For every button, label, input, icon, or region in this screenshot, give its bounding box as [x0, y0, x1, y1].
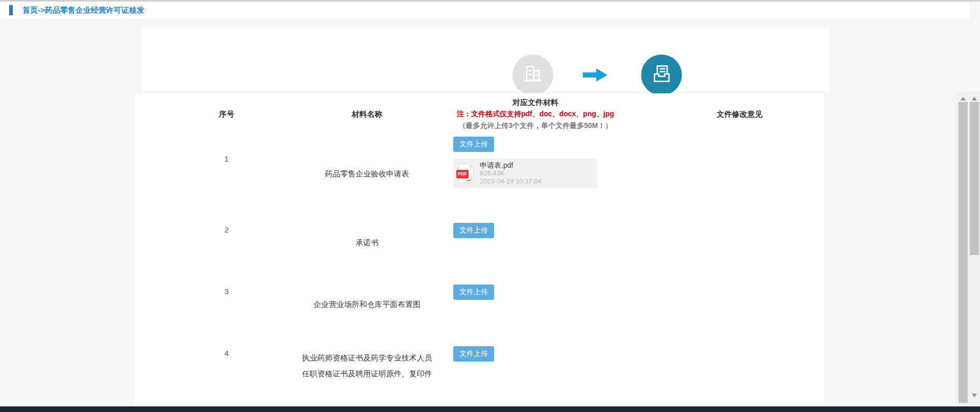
table-row: 3 企业营业场所和仓库平面布置图 文件上传 [135, 283, 824, 345]
archive-document-icon [650, 63, 673, 87]
header-modification-opinion: 文件修改意见 [717, 110, 763, 119]
row-serial-number: 4 [225, 345, 229, 357]
file-meta: 申请表.pdf 826.43K 2023-04-19 10:37:04 [480, 161, 542, 186]
header-corresponding-files: 对应文件材料 注：文件格式仅支持pdf、doc、docx、png、jpg （最多… [457, 97, 614, 132]
breadcrumb[interactable]: 首页->药品零售企业经营许可证核发 [22, 2, 144, 19]
row-serial-number: 1 [225, 135, 229, 163]
file-size: 826.43K [480, 169, 542, 177]
upload-file-button[interactable]: 文件上传 [453, 285, 494, 300]
row-material-name: 承诺书 [356, 221, 379, 250]
header-files-limit-note: （最多允许上传3个文件，单个文件最多50M！） [457, 120, 614, 132]
scrollbar-track-outer[interactable] [970, 92, 979, 405]
scrollbar-thumb-inner[interactable] [959, 102, 968, 403]
scroll-up-icon[interactable] [961, 97, 966, 100]
uploaded-file-item[interactable]: PDF 申请表.pdf 826.43K 2023-04-19 10:37:04 [453, 159, 597, 188]
table-rows: 1 药品零售企业验收申请表 文件上传 PDF 申请表.pdf 826.43K 2… [135, 135, 824, 404]
header-serial-number: 序号 [219, 110, 234, 119]
table-row: 2 承诺书 文件上传 [135, 221, 824, 283]
table-row: 1 药品零售企业验收申请表 文件上传 PDF 申请表.pdf 826.43K 2… [135, 135, 824, 221]
table-header-row: 序号 材料名称 对应文件材料 注：文件格式仅支持pdf、doc、docx、png… [135, 93, 824, 135]
row-modification-opinion [655, 221, 824, 283]
row-serial-number: 3 [225, 283, 229, 296]
steps-panel: 基本信息 申请材料 [141, 28, 829, 91]
row-files-cell: 文件上传 [415, 283, 655, 345]
pdf-file-icon: PDF [458, 164, 474, 183]
step-application-materials[interactable] [641, 55, 682, 95]
row-files-cell: 文件上传 [415, 221, 655, 283]
header-files-title: 对应文件材料 [457, 97, 614, 108]
step-basic-info[interactable] [512, 55, 553, 95]
scrollbar-gutter [955, 92, 980, 405]
breadcrumb-bar: 首页->药品零售企业经营许可证核发 [0, 2, 970, 19]
row-modification-opinion [655, 345, 824, 404]
upload-file-button[interactable]: 文件上传 [453, 223, 494, 238]
scrollbar-thumb-outer[interactable] [970, 102, 979, 255]
pdf-icon-curl [467, 177, 472, 181]
row-modification-opinion [655, 283, 824, 345]
header-files-format-note: 注：文件格式仅支持pdf、doc、docx、png、jpg [457, 108, 614, 120]
scroll-up-icon[interactable] [972, 97, 977, 100]
step-arrow-icon [583, 68, 607, 82]
scrollbar-track-inner[interactable] [959, 92, 968, 405]
file-list: PDF 申请表.pdf 826.43K 2023-04-19 10:37:04 [453, 159, 655, 188]
row-modification-opinion [655, 135, 824, 221]
breadcrumb-accent-bar [9, 5, 13, 15]
row-files-cell: 文件上传 [415, 345, 655, 404]
bottom-bar [0, 406, 980, 412]
upload-file-button[interactable]: 文件上传 [453, 137, 494, 152]
table-row: 4 执业药师资格证书及药学专业技术人员 任职资格证书及聘用证明原件、复印件 文件… [135, 345, 824, 404]
row-material-name: 药品零售企业验收申请表 [325, 135, 409, 182]
row-files-cell: 文件上传 PDF 申请表.pdf 826.43K 2023-04-19 10:3… [415, 135, 655, 221]
materials-table: 序号 材料名称 对应文件材料 注：文件格式仅支持pdf、doc、docx、png… [135, 93, 824, 404]
scroll-down-icon[interactable] [972, 394, 977, 397]
row-material-name: 执业药师资格证书及药学专业技术人员 任职资格证书及聘用证明原件、复印件 [302, 345, 432, 381]
header-material-name: 材料名称 [352, 110, 382, 119]
upload-file-button[interactable]: 文件上传 [453, 346, 494, 362]
row-serial-number: 2 [225, 221, 229, 234]
building-icon [522, 63, 544, 87]
row-material-name: 企业营业场所和仓库平面布置图 [313, 283, 421, 312]
file-upload-time: 2023-04-19 10:37:04 [480, 177, 542, 186]
file-name: 申请表.pdf [480, 161, 542, 169]
